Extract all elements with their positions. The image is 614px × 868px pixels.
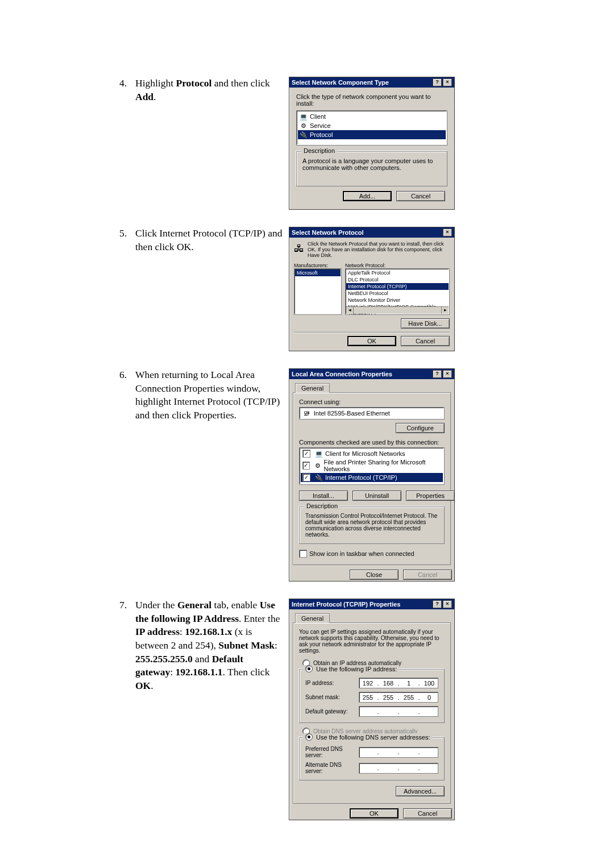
preferred-dns-field[interactable]: . . .	[359, 747, 438, 758]
tab-general[interactable]: General	[295, 383, 330, 393]
list-item-protocol[interactable]: 🔌 Protocol	[298, 130, 446, 139]
list-item[interactable]: ✓ ⚙ File and Printer Sharing for Microso…	[301, 458, 443, 473]
list-item-manufacturer[interactable]: Microsoft	[295, 269, 341, 276]
adapter-name: Intel 82595-Based Ethernet	[314, 410, 390, 417]
cancel-button[interactable]: Cancel	[403, 808, 452, 819]
dialog-select-component-type: Select Network Component Type ? × Click …	[289, 77, 455, 210]
t: Under the	[135, 599, 177, 610]
radio-label: Use the following DNS server addresses:	[316, 734, 430, 741]
list-item-client[interactable]: 💻 Client	[298, 112, 446, 121]
protocol-list[interactable]: AppleTalk Protocol DLC Protocol Internet…	[345, 268, 450, 315]
dialog-titlebar: Internet Protocol (TCP/IP) Properties ? …	[289, 599, 454, 609]
add-button[interactable]: Add...	[343, 191, 392, 201]
list-item-tcpip[interactable]: ✓ 🔌 Internet Protocol (TCP/IP)	[301, 473, 443, 482]
step-6-row: 6. When returning to Local Area Connecti…	[119, 368, 512, 582]
description-text: Transmission Control Protocol/Internet P…	[305, 513, 438, 538]
step-6-number: 6.	[119, 368, 135, 382]
protocol-icon: 🔌	[315, 474, 323, 481]
ip-seg[interactable]: 168	[380, 680, 397, 687]
scroll-right-icon[interactable]: ▸	[441, 307, 449, 314]
step-6-text: When returning to Local Area Connection …	[135, 368, 289, 422]
ip-seg[interactable]: 255	[359, 694, 376, 701]
radio-static-dns[interactable]: Use the following DNS server addresses:	[303, 733, 433, 741]
radio-static-ip[interactable]: Use the following IP address:	[303, 665, 399, 672]
t: tab, enable	[211, 599, 260, 610]
list-item-tcpip[interactable]: Internet Protocol (TCP/IP)	[346, 283, 449, 290]
radio-icon[interactable]	[305, 665, 313, 672]
checkbox-icon[interactable]: ✓	[302, 462, 310, 470]
list-item-service[interactable]: ⚙ Service	[298, 121, 446, 130]
ok-button[interactable]: OK	[347, 336, 396, 346]
close-icon[interactable]: ×	[443, 370, 452, 378]
install-button[interactable]: Install...	[299, 491, 348, 501]
component-type-list[interactable]: 💻 Client ⚙ Service 🔌 Protocol	[296, 110, 447, 146]
alternate-dns-label: Alternate DNS server:	[305, 762, 359, 774]
client-icon: 💻	[315, 450, 323, 458]
dialog-title: Select Network Component Type	[292, 79, 389, 86]
help-icon[interactable]: ?	[433, 600, 442, 608]
help-icon[interactable]: ?	[433, 370, 442, 378]
ip-seg[interactable]: 192	[359, 680, 376, 687]
list-item[interactable]: ✓ 💻 Client for Microsoft Networks	[301, 449, 443, 458]
tab-general[interactable]: General	[295, 613, 330, 623]
alternate-dns-field[interactable]: . . .	[359, 763, 438, 774]
components-list[interactable]: ✓ 💻 Client for Microsoft Networks ✓ ⚙ Fi…	[299, 447, 445, 485]
subnet-mask-field[interactable]: 255. 255. 255. 0	[359, 692, 438, 703]
close-icon[interactable]: ×	[443, 229, 452, 236]
group-legend: Description	[304, 502, 340, 509]
manufacturers-label: Manufacturers:	[294, 263, 342, 268]
advanced-button[interactable]: Advanced...	[396, 786, 445, 796]
step-5-text: Click Internet Protocol (TCP/IP) and the…	[135, 227, 289, 254]
ip-seg[interactable]: 255	[400, 694, 417, 701]
radio-icon[interactable]	[305, 733, 313, 741]
cancel-button[interactable]: Cancel	[396, 191, 445, 201]
list-item-label: Internet Protocol (TCP/IP)	[325, 474, 397, 481]
dialog-title: Select Network Protocol	[292, 229, 364, 236]
text-bold: Protocol	[176, 77, 211, 89]
service-icon: ⚙	[314, 462, 322, 470]
t: . Enter the	[239, 613, 280, 624]
step-7-row: 7. Under the General tab, enable Use the…	[119, 599, 512, 820]
ip-seg[interactable]: 255	[380, 694, 397, 701]
have-disk-button[interactable]: Have Disk...	[401, 318, 450, 329]
text: Highlight	[135, 77, 176, 89]
step-7-number: 7.	[119, 599, 135, 612]
dialog-titlebar: Local Area Connection Properties ? ×	[289, 369, 454, 379]
ip-address-field[interactable]: 192. 168. 1. 100	[359, 678, 438, 688]
close-button[interactable]: Close	[350, 570, 399, 580]
close-icon[interactable]: ×	[443, 78, 452, 86]
properties-button[interactable]: Properties	[406, 491, 455, 501]
ip-seg[interactable]: 1	[400, 680, 417, 687]
configure-button[interactable]: Configure	[396, 423, 445, 433]
show-icon-checkbox[interactable]	[299, 550, 307, 558]
checkbox-icon[interactable]: ✓	[302, 474, 310, 481]
list-item-label: Client	[310, 113, 326, 120]
list-item[interactable]: NetBEUI Protocol	[346, 290, 449, 297]
gateway-label: Default gateway:	[305, 708, 359, 715]
ok-button[interactable]: OK	[350, 808, 399, 819]
network-icon: 🖧	[294, 241, 304, 256]
description-text: A protocol is a language your computer u…	[302, 157, 441, 180]
checkbox-icon[interactable]: ✓	[302, 450, 310, 458]
help-icon[interactable]: ?	[433, 78, 442, 86]
uninstall-button[interactable]: Uninstall	[352, 491, 401, 501]
text-bold: Add	[135, 91, 154, 102]
step-7-screenshot: Internet Protocol (TCP/IP) Properties ? …	[289, 599, 512, 820]
close-icon[interactable]: ×	[443, 600, 452, 608]
gateway-field[interactable]: . . .	[359, 706, 438, 717]
scroll-left-icon[interactable]: ◂	[346, 307, 354, 314]
adapter-field: 🖳 Intel 82595-Based Ethernet	[299, 407, 445, 420]
list-item[interactable]: AppleTalk Protocol	[346, 269, 449, 276]
ip-seg[interactable]: 100	[421, 680, 438, 687]
dialog-titlebar: Select Network Protocol ×	[289, 227, 454, 238]
manufacturers-list[interactable]: Microsoft	[294, 268, 342, 315]
cancel-button[interactable]: Cancel	[401, 336, 450, 346]
t: :	[180, 626, 185, 637]
list-item[interactable]: Network Monitor Driver	[346, 297, 449, 304]
list-item-label: Internet Protocol (TCP/IP)	[348, 284, 407, 289]
ip-seg[interactable]: 0	[421, 694, 438, 701]
list-item-label: NetBEUI Protocol	[348, 290, 388, 296]
list-item[interactable]: DLC Protocol	[346, 276, 449, 283]
nic-icon: 🖳	[302, 409, 310, 417]
tb: General	[177, 599, 211, 610]
